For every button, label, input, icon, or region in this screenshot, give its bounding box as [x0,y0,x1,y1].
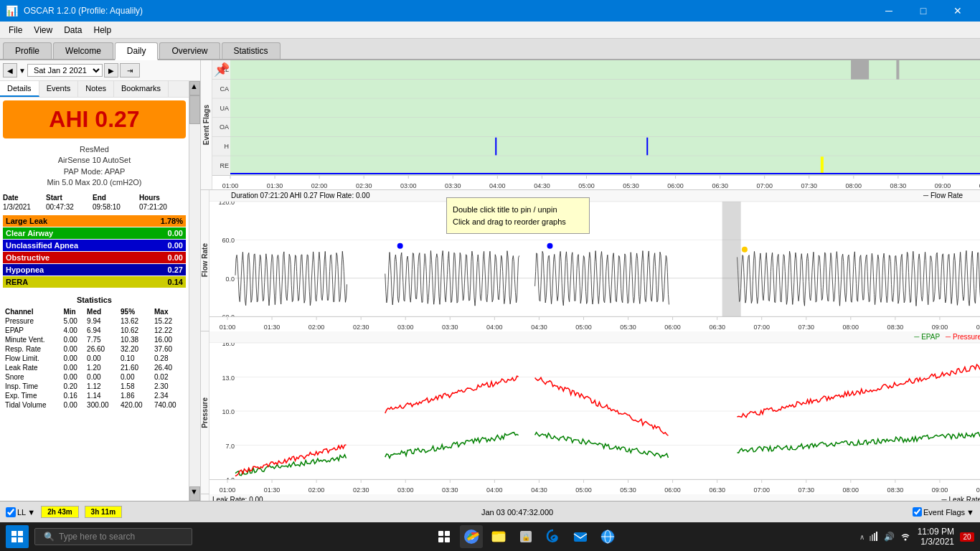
edge-icon[interactable] [542,525,565,548]
tab-statistics[interactable]: Statistics [222,42,281,59]
notification-badge[interactable]: 20 [960,532,974,542]
sub-tab-events[interactable]: Events [39,81,79,97]
tab-profile[interactable]: Profile [3,42,52,59]
session-info: Date Start End Hours 1/3/2021 00:47:32 0… [0,192,189,213]
time-btn-1[interactable]: 2h 43m [41,506,78,518]
svg-text:🔒: 🔒 [522,532,531,542]
ahi-display: AHI 0.27 [3,100,186,138]
event-rera: RERA0.14 [3,276,186,288]
session-end: 09:58:10 [93,203,139,211]
pressure-section: Pressure ─ EPAP ─ Pressure [201,331,980,494]
scrollbar-thumb[interactable] [189,95,200,124]
svg-rect-12 [492,532,498,534]
pressure-chart [209,343,980,479]
session-header: Date Start End Hours [3,193,186,202]
world-icon[interactable] [596,525,619,548]
event-obstructive: Obstructive0.00 [3,252,186,263]
ef-dropdown[interactable]: Event Flags ▼ [913,507,974,517]
clock[interactable]: 11:09 PM 1/3/2021 [918,527,954,547]
taskbar-icons: 🔒 [433,525,619,548]
right-panel: Event Flags 📌 [201,60,980,501]
ef-chevron[interactable]: ▼ [966,508,974,517]
time-axis-1 [212,175,980,189]
pin-icon[interactable]: 📌 [214,62,230,77]
device-model: AirSense 10 AutoSet [3,155,186,166]
chrome-icon[interactable] [460,525,483,548]
flow-rate-header: Duration 07:21:20 AHI 0.27 Flow Rate: 0.… [209,190,980,202]
scrollbar-up[interactable]: ▲ [189,81,200,95]
security-icon[interactable]: 🔒 [514,525,537,548]
sub-tab-details[interactable]: Details [0,81,39,97]
tooltip-line1: Double click title to pin / unpin [453,204,583,216]
ef-checkbox[interactable] [913,507,922,517]
start-button[interactable] [6,525,29,548]
close-button[interactable]: ✕ [941,0,974,22]
stats-table: Channel Min Med 95% Max Pressure5.009.94… [3,307,186,410]
time-axis-3 [209,479,980,494]
flow-rate-chart-area: Duration 07:21:20 AHI 0.27 Flow Rate: 0.… [209,190,980,331]
leak-rate-legend: ─ Leak Rate [942,496,980,501]
left-panel: ◀ ▼ Sat Jan 2 2021 ▶ ⇥ Details Events No… [0,60,201,501]
explorer-icon[interactable] [487,525,510,548]
chevron-icon[interactable]: ∧ [859,533,864,541]
svg-rect-5 [445,531,450,536]
svg-rect-2 [11,537,17,542]
event-flags-y-label: Event Flags [202,105,210,145]
charts-area: Event Flags 📌 [201,60,980,501]
date-dropdown[interactable]: Sat Jan 2 2021 [27,64,103,77]
ll-label: LL [17,508,26,517]
search-icon: 🔍 [44,532,55,542]
sub-tab-bookmarks[interactable]: Bookmarks [114,81,169,97]
time-axis-2 [209,316,980,331]
task-view-icon[interactable] [433,525,456,548]
wifi-icon[interactable] [899,530,912,543]
ll-checkbox[interactable] [6,507,16,517]
device-brand: ResMed [3,144,186,155]
stats-row: Snore0.000.000.000.02 [3,372,186,382]
event-clear-airway: Clear Airway0.00 [3,227,186,239]
volume-icon[interactable]: 🔊 [883,530,896,543]
scrollbar-down[interactable]: ▼ [189,486,200,501]
title-bar-controls: ─ □ ✕ [872,0,974,22]
minimize-button[interactable]: ─ [872,0,905,22]
leak-rate-section: ate Leak Rate: 0.00 ─ Leak Rate [201,494,980,501]
tab-overview[interactable]: Overview [159,42,220,59]
tab-daily[interactable]: Daily [115,42,159,60]
prev-date-button[interactable]: ◀ [3,63,17,77]
maximize-button[interactable]: □ [907,0,940,22]
network-icon[interactable] [867,530,880,543]
mail-icon[interactable] [569,525,592,548]
goto-date-button[interactable]: ⇥ [120,63,140,77]
search-bar[interactable]: 🔍 Type here to search [34,528,192,545]
svg-rect-22 [876,532,877,541]
time-display: 11:09 PM [918,527,954,537]
session-hours: 07:21:20 [139,203,182,211]
menu-view[interactable]: View [28,24,58,37]
menu-file[interactable]: File [3,24,28,37]
tab-welcome[interactable]: Welcome [53,42,113,59]
ll-dropdown[interactable]: LL ▼ [6,507,35,517]
status-timestamp: Jan 03 00:47:32.000 [481,508,553,517]
svg-rect-0 [11,531,17,536]
session-row: 1/3/2021 00:47:32 09:58:10 07:21:20 [3,202,186,212]
svg-rect-3 [18,537,23,542]
next-date-button[interactable]: ▶ [104,63,118,77]
leak-rate-value: Leak Rate: 0.00 [212,496,263,501]
svg-rect-11 [492,534,505,542]
ll-chevron[interactable]: ▼ [27,508,35,517]
left-scrollbar[interactable]: ▲ ▼ [189,81,200,501]
chart-tooltip: Double click title to pin / unpin Click … [446,197,590,234]
menu-help[interactable]: Help [88,24,118,37]
menu-data[interactable]: Data [58,24,88,37]
stats-row: Resp. Rate0.0026.6032.2037.60 [3,344,186,354]
date-display: 1/3/2021 [920,537,954,547]
time-btn-2[interactable]: 3h 11m [85,506,122,518]
stats-row: Flow Limit.0.000.000.100.28 [3,354,186,363]
status-right: Event Flags ▼ [913,507,974,517]
svg-rect-20 [872,534,873,541]
event-hypopnea: Hypopnea0.27 [3,264,186,276]
sub-tab-notes[interactable]: Notes [78,81,114,97]
events-section: Large Leak1.78% Clear Airway0.00 Unclass… [0,213,189,290]
svg-point-23 [904,539,906,541]
svg-rect-21 [874,533,875,541]
